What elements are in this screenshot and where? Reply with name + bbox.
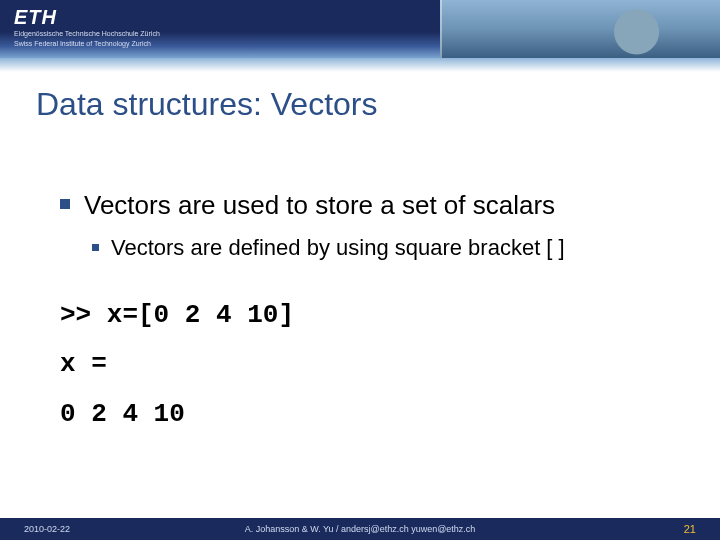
footer-authors: A. Johansson & W. Yu / andersj@ethz.ch y… [245, 524, 476, 534]
header-band: ETH Eidgenössische Technische Hochschule… [0, 0, 720, 58]
bullet-square-icon [92, 244, 99, 251]
slide-content: Vectors are used to store a set of scala… [60, 190, 680, 439]
footer-bar: 2010-02-22 A. Johansson & W. Yu / anders… [0, 518, 720, 540]
code-block: >> x=[0 2 4 10] x = 0 2 4 10 [60, 291, 680, 439]
eth-subtitle-de: Eidgenössische Technische Hochschule Zür… [14, 30, 160, 37]
footer-page-number: 21 [684, 523, 696, 535]
header-photo [440, 0, 720, 58]
slide: ETH Eidgenössische Technische Hochschule… [0, 0, 720, 540]
bullet-level2: Vectors are defined by using square brac… [92, 235, 680, 261]
eth-subtitle-en: Swiss Federal Institute of Technology Zu… [14, 40, 151, 47]
header-gradient [0, 58, 720, 72]
footer-date: 2010-02-22 [24, 524, 70, 534]
bullet-square-icon [60, 199, 70, 209]
slide-title: Data structures: Vectors [36, 86, 377, 123]
bullet-level1-text: Vectors are used to store a set of scala… [84, 190, 555, 221]
bullet-level1: Vectors are used to store a set of scala… [60, 190, 680, 221]
bullet-level2-text: Vectors are defined by using square brac… [111, 235, 565, 261]
code-line-3: 0 2 4 10 [60, 390, 680, 439]
code-line-1: >> x=[0 2 4 10] [60, 291, 680, 340]
eth-logo: ETH [14, 6, 57, 29]
code-line-2: x = [60, 340, 680, 389]
